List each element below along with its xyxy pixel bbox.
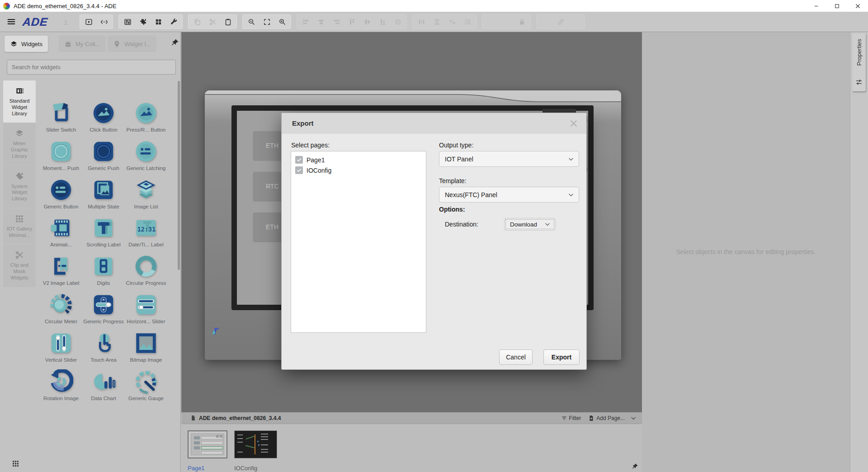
align-bottom-icon [375,16,390,28]
lock-icon [514,16,529,28]
widget-digits[interactable]: Digits [82,254,125,287]
page-select-list[interactable]: Page1IOConfig [291,151,426,333]
close-icon[interactable] [569,119,578,128]
pages-panel: ADE demo_ethernet_0826_3.4.4 Filter Add … [181,412,642,472]
widget-circular-progress[interactable]: Circular Progress [125,254,167,287]
widget-press-button[interactable]: Press/R... Button [125,101,167,133]
align-left-icon [298,16,313,28]
multiple-state-icon [91,178,116,202]
widget-touch-area[interactable]: Touch Area [82,331,125,363]
toolbar-group-2 [118,14,183,29]
category-meter-graphic-library[interactable]: Meter Graphic Library [3,123,36,165]
toolbar-group-0 [57,15,74,28]
dialog-header[interactable]: Export [282,113,586,134]
widget-generic-push[interactable]: Generic Push [82,139,125,172]
chevron-down-icon [544,221,551,227]
tab-properties[interactable]: Properties [852,33,866,91]
page-checkbox-row-ioconfig[interactable]: IOConfig [291,165,426,175]
momentary-push-icon [49,139,73,164]
puzzle-icon[interactable] [135,16,151,28]
add-page-button[interactable]: Add Page... [588,415,625,421]
destination-select[interactable]: Download [504,218,556,231]
filter-button[interactable]: Filter [561,415,581,421]
widget-scrollbar[interactable] [178,81,180,270]
category-clip-and-mask-widgets[interactable]: Clip and Mask Widgets [3,245,36,287]
window-title: ADE demo_ethernet_0826_3.4.4 - ADE [14,3,117,9]
zoom-out-icon[interactable] [244,16,259,28]
tune-icon [855,79,863,86]
widget-rotation-image[interactable]: Rotation Image [40,369,82,402]
search-input[interactable] [7,60,176,75]
minimize-icon[interactable] [806,0,826,12]
zoom-in-icon[interactable] [274,16,290,28]
svg-text:12:31: 12:31 [137,226,156,233]
click-button-icon [91,101,116,125]
category-system-widget-library[interactable]: System Widget Library [3,166,36,208]
circular-meter-icon [49,293,73,317]
sidebar-tab-my-coll-[interactable]: My Coll... [59,36,105,52]
list-icon [460,16,475,28]
page-thumbnail-ioconfig[interactable] [234,430,277,458]
widget-circular-meter[interactable]: Circular Meter [40,293,82,325]
widget-generic-latching[interactable]: Generic Latching [125,139,167,172]
checkbox-checked[interactable] [295,156,303,164]
sidebar-tab-widget-i-[interactable]: Widget I... [108,36,156,52]
pages-header: ADE demo_ethernet_0826_3.4.4 Filter Add … [181,412,642,424]
widget-generic-progress[interactable]: Generic Progress [82,293,125,325]
play-icon[interactable] [81,16,96,28]
widget-multiple-state[interactable]: Multiple State [82,178,125,210]
wrench-icon[interactable] [166,16,181,28]
widget-vertical-slider[interactable]: Vertical Slider [40,331,82,363]
page-checkbox-row-page1[interactable]: Page1 [291,155,426,165]
widget-momentary-push[interactable]: Moment... Push [40,139,82,172]
tiles-icon[interactable] [120,16,135,28]
export-button[interactable]: Export [543,349,580,365]
pushpin-icon[interactable] [632,463,638,470]
blank-icon [568,16,584,28]
widget-image-list[interactable]: Image List [125,178,167,210]
output-type-select[interactable]: IOT Panel [439,151,579,167]
widget-animation[interactable]: Animati... [40,216,82,248]
template-select[interactable]: Nexus(FTC) Panel [439,187,579,203]
menu-icon[interactable] [4,15,19,28]
pushpin-icon[interactable] [171,38,179,47]
widget-horizontal-slider[interactable]: Horizont... Slider [125,293,167,325]
category-standard-widget-library[interactable]: Standard Widget Library [3,80,36,123]
grid-view-icon[interactable] [12,460,19,467]
bitmap-image-icon [134,331,158,355]
widget-generic-button[interactable]: Generic Button [40,178,82,210]
fit-icon[interactable] [259,16,274,28]
chevron-down-icon [568,156,574,162]
toolbar: ADE [0,12,868,32]
widget-click-button[interactable]: Click Button [82,101,125,133]
code-icon[interactable] [96,16,112,28]
app-icon [3,3,10,9]
page-thumbnail-page1[interactable] [188,430,227,458]
toolbar-group-7 [482,14,531,29]
widget-v2-image-label[interactable]: V2 Image Label [40,254,82,287]
widget-datetime-label[interactable]: 12:31Date/Ti... Label [125,216,167,248]
maximize-icon[interactable] [826,0,847,12]
clipboard-icon[interactable] [220,16,236,28]
scissors-icon [15,250,24,260]
close-icon[interactable] [847,0,868,12]
grid4-icon[interactable] [151,16,166,28]
blank-icon [499,16,514,28]
digits-icon [91,254,116,278]
chevron-down-icon[interactable] [630,415,637,421]
widget-bitmap-image[interactable]: Bitmap Image [125,331,167,363]
touch-area-icon [91,331,116,355]
sidebar-tab-widgets[interactable]: Widgets [5,36,48,52]
widget-generic-gauge[interactable]: Generic Gauge [125,369,167,402]
properties-empty-message: Select objects in the canvas for editing… [676,248,816,255]
category-iot-gallery-minimal-[interactable]: IOT Gallery Minimal... [3,208,36,245]
widget-data-chart[interactable]: Data Chart [82,369,125,402]
right-tab-strip: Properties [850,32,868,472]
toolbar-group-8 [536,14,585,29]
toolbar-group-4 [242,14,291,29]
cancel-button[interactable]: Cancel [499,349,533,365]
widget-scrolling-label[interactable]: Scrolling Label [82,216,125,248]
properties-tab-label: Properties [856,39,863,66]
widget-slider-switch[interactable]: Slider Switch [40,101,82,133]
checkbox-checked[interactable] [295,166,303,174]
